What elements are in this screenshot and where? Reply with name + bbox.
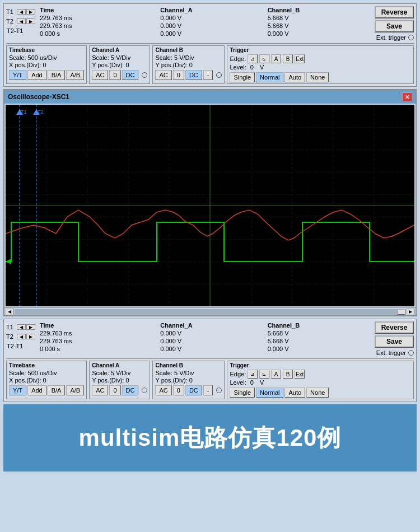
bottom-edge-line: Edge: ⊿ ⊾ A B Ext [230,370,411,379]
top-none-button[interactable]: None [306,72,329,82]
t1-data-row: 229.763 ms 0.000 V 5.668 V [36,14,371,22]
top-chb-ac-button[interactable]: AC [155,70,171,80]
bottom-chb-ac-button[interactable]: AC [155,385,171,395]
t2-time: 229.763 ms [36,22,157,30]
t2-data-row: 229.763 ms 0.000 V 5.668 V [36,22,371,30]
top-level-val: 0 [250,64,254,71]
ext-trigger-radio[interactable] [408,35,414,40]
top-cha-0-button[interactable]: 0 [109,70,120,80]
bottom-cha-scale-line: Scale: 5 V/Div [92,370,147,376]
bottom-cha-0-button[interactable]: 0 [109,385,120,395]
scroll-track[interactable] [15,309,405,315]
bottom-t1-time: 229.763 ms [36,329,157,337]
svg-text:T2: T2 [38,109,44,115]
bottom-edge-b-button[interactable]: B [283,370,293,379]
bottom-edge-rise-button[interactable]: ⊿ [248,370,258,379]
bottom-cha-ctrl-row: AC 0 DC [92,385,147,395]
bottom-cha-radio[interactable] [142,388,147,393]
scroll-left-button[interactable]: ◀ [6,309,13,315]
bottom-t2-label: T2 [6,333,16,340]
top-cha-dc-button[interactable]: DC [122,70,139,80]
bottom-auto-button[interactable]: Auto [284,388,305,398]
t1-right-arrow[interactable]: ▶ [26,9,35,15]
bottom-right-buttons: Reverse Save Ext. trigger [375,321,414,356]
top-chb-dc-button[interactable]: DC [185,70,202,80]
top-level-line: Level: 0 V [230,64,411,71]
top-edge-b-button[interactable]: B [283,54,293,63]
t1-left-arrow[interactable]: ◀ [17,9,26,15]
top-edge-ext-button[interactable]: Ext [295,54,305,63]
top-yt-button[interactable]: Y/T [9,70,26,80]
top-single-button[interactable]: Single [230,72,255,82]
bottom-t1-left-arrow[interactable]: ◀ [17,324,26,330]
time-header: Time [36,6,157,14]
top-edge-label: Edge: [230,55,246,62]
bottom-cha-ac-button[interactable]: AC [92,385,108,395]
bottom-chb-group: Channel B Scale: 5 V/Div Y pos.(Div): 0 … [152,361,225,399]
t2-left-arrow[interactable]: ◀ [17,18,26,24]
top-ba-button[interactable]: B/A [48,70,66,80]
bottom-none-button[interactable]: None [306,388,329,398]
bottom-chb-radio[interactable] [216,388,222,393]
top-cha-radio[interactable] [142,72,147,78]
bottom-cha-title: Channel A [92,362,147,368]
bottom-t1-label: T1 [6,324,16,330]
bottom-timebase-xpos-val: 0 [43,377,46,384]
bottom-reverse-button[interactable]: Reverse [375,321,414,334]
bottom-t2-row-controls: T2 ◀ ▶ [6,332,35,341]
top-edge-fall-button[interactable]: ⊾ [259,54,269,63]
bottom-chb-minus-button[interactable]: - [203,385,213,395]
top-timebase-xpos-val: 0 [43,62,46,68]
scroll-right-button[interactable]: ▶ [407,309,414,315]
bottom-timebase-xpos-line: X pos.(Div): 0 [9,377,84,384]
top-edge-rise-button[interactable]: ⊿ [248,54,258,63]
osc-close-button[interactable]: ✕ [402,92,412,101]
top-cha-scale-val: 5 V/Div [111,54,130,61]
top-normal-button[interactable]: Normal [256,72,283,82]
top-trigger-ctrl-row: Single Normal Auto None [230,72,411,82]
scroll-thumb[interactable] [398,309,405,315]
bottom-yt-button[interactable]: Y/T [9,385,26,395]
bottom-add-button[interactable]: Add [27,385,46,395]
t2-right-arrow[interactable]: ▶ [26,18,35,24]
top-ab-button[interactable]: A/B [66,70,84,80]
bottom-normal-button[interactable]: Normal [256,388,283,398]
top-meas-section: T1 ◀ ▶ T2 ◀ ▶ T2-T1 Time Chann [6,6,371,38]
top-edge-line: Edge: ⊿ ⊾ A B Ext [230,54,411,63]
bottom-edge-ext-button[interactable]: Ext [295,370,305,379]
bottom-chb-0-button[interactable]: 0 [173,385,184,395]
bottom-edge-fall-button[interactable]: ⊾ [259,370,269,379]
top-trigger-group: Trigger Edge: ⊿ ⊾ A B Ext Level: 0 V Sin… [227,45,414,84]
bottom-ba-button[interactable]: B/A [48,385,66,395]
top-edge-a-button[interactable]: A [271,54,281,63]
top-auto-button[interactable]: Auto [284,72,305,82]
bottom-ext-trigger-radio[interactable] [408,350,414,356]
top-level-unit: V [260,64,264,71]
bottom-cha-dc-button[interactable]: DC [122,385,139,395]
bottom-cha-group: Channel A Scale: 5 V/Div Y pos.(Div): 0 … [89,361,150,399]
bottom-edge-a-button[interactable]: A [271,370,281,379]
top-timebase-title: Timebase [9,47,84,53]
top-reverse-button[interactable]: Reverse [375,6,414,18]
chb-header: Channel_B [264,6,371,14]
bottom-t2-time: 229.763 ms [36,337,157,345]
bottom-t2t1-data-row: 0.000 s 0.000 V 0.000 V [36,345,371,353]
top-save-button[interactable]: Save [375,20,414,32]
top-chb-ypos-label: Y pos.(Div): [155,62,187,68]
top-chb-minus-button[interactable]: - [203,70,213,80]
top-chb-scale-line: Scale: 5 V/Div [155,54,222,61]
top-cha-title: Channel A [92,47,147,53]
bottom-t2-left-arrow[interactable]: ◀ [17,334,26,339]
bottom-t2-right-arrow[interactable]: ▶ [26,334,35,339]
bottom-save-button[interactable]: Save [375,335,414,348]
top-chb-0-button[interactable]: 0 [173,70,184,80]
top-settings-bar: Timebase Scale: 500 us/Div X pos.(Div): … [6,43,414,84]
top-cha-ac-button[interactable]: AC [92,70,108,80]
bottom-t1-right-arrow[interactable]: ▶ [26,324,35,330]
bottom-single-button[interactable]: Single [230,388,255,398]
top-add-button[interactable]: Add [27,70,46,80]
bottom-meas-table: Time Channel_A Channel_B 229.763 ms 0.00… [36,321,371,353]
bottom-ab-button[interactable]: A/B [66,385,84,395]
top-chb-radio[interactable] [216,72,222,78]
bottom-chb-dc-button[interactable]: DC [185,385,202,395]
